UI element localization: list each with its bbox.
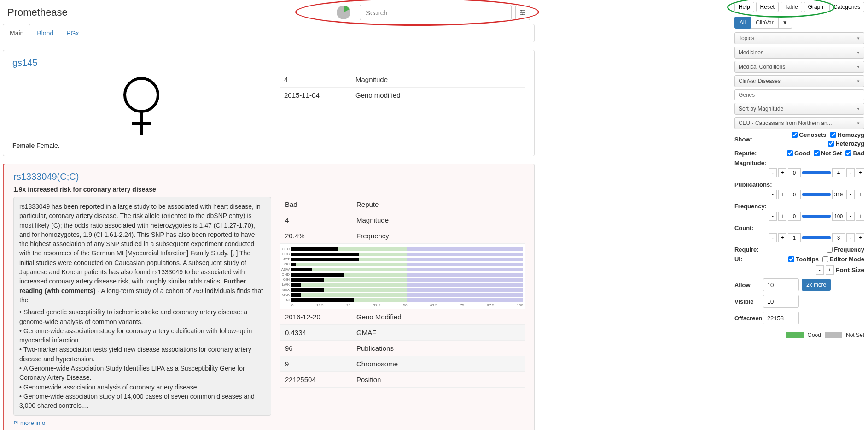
reset-button[interactable]: Reset [756,2,779,12]
heterozyg-checkbox[interactable]: Heterozyg [828,140,864,147]
good-checkbox[interactable]: Good [787,150,810,157]
info-table: BadRepute 4Magnitude 20.4%Frequency [280,197,525,244]
magnitude-min[interactable] [788,168,801,177]
frequency-min[interactable] [788,212,801,221]
categories-button[interactable]: Categories [829,2,864,12]
medicines-select[interactable]: Medicines [734,47,864,59]
filter-pills: All ClinVar ▼ [734,17,864,29]
sliders-icon [519,9,526,16]
legend: Good Not Set [734,332,864,338]
count-min[interactable] [788,233,801,242]
svg-point-6 [522,14,523,15]
population-select[interactable]: CEU - Caucasians from Northern an... [734,117,864,129]
pill-clinvar[interactable]: ClinVar [751,17,778,29]
search-input[interactable] [360,5,512,20]
genomod-value: 2015-11-04 [280,88,351,103]
frequency-max[interactable] [832,212,845,221]
topics-select[interactable]: Topics [734,32,864,44]
plus-button[interactable]: + [778,168,786,177]
visible-label: Visible [734,298,763,305]
bullet-item: Shared genetic susceptibility to ischemi… [19,307,265,326]
tooltips-checkbox[interactable]: Tooltips [788,256,819,263]
frequency-chart: CEUHCBJPTYRIASWCHDGIHLWKMEXMKKTSI012.525… [280,244,525,309]
svg-point-5 [524,12,525,13]
bullet-item: Genomewide association analysis of coron… [19,383,265,392]
more-info-link[interactable]: more info [13,419,45,426]
count-max[interactable] [832,233,845,242]
publications-range[interactable]: -+ -+ [734,190,864,199]
conditions-select[interactable]: Medical Conditions [734,61,864,73]
svg-point-7 [125,78,158,112]
count-label: Count: [734,224,864,231]
magnitude-value: 4 [280,72,351,88]
plus-button[interactable]: + [856,168,864,177]
bullet-item: Two-marker association tests yield new d… [19,345,265,364]
publications-min[interactable] [788,190,801,199]
result-card-rs1333049: rs1333049(C;C) 1.9x increased risk for c… [3,164,535,430]
sort-select[interactable]: Sort by Magnitude [734,103,864,115]
show-label: Show: [734,136,763,143]
homozyg-checkbox[interactable]: Homozyg [830,131,865,138]
tabs: Main Blood PGx [3,24,535,42]
visible-input[interactable] [763,295,799,308]
bullet-item: Genome-wide association study for corona… [19,326,265,345]
card-title[interactable]: gs145 [12,58,525,68]
card-description: Female Female. [12,142,270,149]
pill-caret[interactable]: ▼ [779,17,792,29]
minus-button[interactable]: - [769,168,777,177]
graph-button[interactable]: Graph [804,2,827,12]
help-button[interactable]: Help [734,2,754,12]
genes-input[interactable] [734,89,864,100]
tab-blood[interactable]: Blood [30,24,60,42]
tab-main[interactable]: Main [3,24,30,42]
legend-good-swatch [786,332,804,338]
card-title[interactable]: rs1333049(C;C) [13,171,525,182]
offscreen-label: Offscreen [734,315,763,322]
legend-notset-swatch [825,332,842,338]
filter-button[interactable] [515,5,530,20]
pill-all[interactable]: All [734,17,751,29]
filter-panel: Help Reset Table Graph Categories All Cl… [734,0,868,430]
tab-pgx[interactable]: PGx [60,24,85,42]
magnitude-label: Magnitude [351,72,525,88]
notset-checkbox[interactable]: Not Set [814,150,842,157]
publications-max[interactable] [832,190,845,199]
magnitude-max[interactable] [832,168,845,177]
require-label: Require: [734,246,763,253]
info-table: 4Magnitude 2015-11-04Geno modified [280,72,525,103]
publications-label: Publications: [734,181,864,188]
fontsize-label: Font Size [836,266,864,274]
brand-title: Promethease [7,6,68,18]
bad-checkbox[interactable]: Bad [845,150,864,157]
info-table-2: 2016-12-20Geno Modified 0.4334GMAF 96Pub… [280,309,525,388]
offscreen-input[interactable] [763,312,799,324]
card-subtitle: 1.9x increased risk for coronary artery … [13,186,525,193]
female-symbol-icon [12,72,270,139]
result-card-gs145: gs145 Female Female. 4Magnitude [3,50,535,156]
external-link-icon [13,420,18,425]
fontsize-minus[interactable]: - [816,265,824,275]
allow-label: Allow [734,282,763,289]
genomod-label: Geno modified [351,88,525,103]
svg-point-4 [521,10,522,12]
frequency-label: Frequency: [734,203,864,210]
pie-chart-icon[interactable] [336,5,351,20]
require-frequency-checkbox[interactable]: Frequency [827,246,864,253]
fontsize-plus[interactable]: + [826,265,834,275]
magnitude-range[interactable]: -+ -+ [734,168,864,177]
allow-input[interactable] [763,278,799,291]
minus-button[interactable]: - [846,168,855,177]
genosets-checkbox[interactable]: Genosets [792,131,826,138]
clinvar-select[interactable]: ClinVar Diseases [734,75,864,87]
frequency-range[interactable]: -+ -+ [734,212,864,221]
card-longtext: rs1333049 has been reported in a large s… [13,197,271,416]
bullet-item: Genome-wide association study of 14,000 … [19,392,265,411]
panel-top-buttons: Help Reset Table Graph Categories [734,2,864,12]
ui-label: UI: [734,256,763,263]
editor-checkbox[interactable]: Editor Mode [822,256,864,263]
count-range[interactable]: -+ -+ [734,233,864,242]
2x-more-button[interactable]: 2x more [802,279,831,291]
top-bar: Promethease [3,3,535,24]
table-button[interactable]: Table [781,2,802,12]
repute-label: Repute: [734,150,763,157]
